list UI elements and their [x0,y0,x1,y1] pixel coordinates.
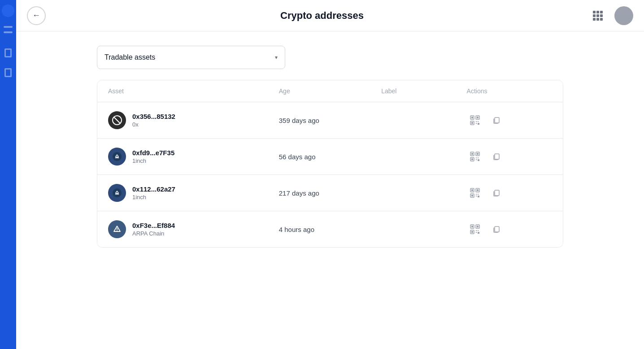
asset-cell-4: 0xF3e...Ef884 ARPA Chain [108,220,279,238]
actions-cell-2 [467,148,552,165]
qr-icon-3 [470,188,480,198]
main-content: ← Crypto addresses Tradable assets ▾ [16,0,644,349]
filter-dropdown-wrapper: Tradable assets ▾ [97,46,563,69]
header: ← Crypto addresses [16,0,644,31]
header-title-wrapper: Crypto addresses [280,10,364,22]
header-right-actions [588,6,633,25]
blocked-icon [112,115,122,126]
back-button[interactable]: ← [27,6,46,25]
qr-code-button-4[interactable] [467,221,483,237]
svg-point-14 [116,157,118,158]
asset-ticker-1: 0x [132,121,175,128]
back-arrow-icon: ← [32,11,40,20]
copy-icon-2 [492,152,501,161]
copy-icon-3 [492,188,501,197]
page-title: Crypto addresses [280,10,364,21]
copy-icon-4 [492,225,501,234]
asset-address-4: 0xF3e...Ef884 [132,222,175,229]
sidebar-item-1 [4,26,13,28]
asset-address-3: 0x112...62a27 [132,185,175,193]
age-cell-1: 359 days ago [279,117,381,124]
qr-code-button-3[interactable] [467,185,483,201]
svg-rect-52 [478,232,479,234]
svg-rect-37 [478,196,479,197]
dropdown-selected-value: Tradable assets [104,53,155,61]
column-header-age: Age [279,87,381,95]
sidebar-item-3 [4,48,12,57]
crypto-addresses-table: Asset Age Label Actions 0x356...85132 [97,80,563,248]
svg-rect-48 [471,231,473,233]
asset-filter-dropdown[interactable]: Tradable assets ▾ [97,46,285,69]
qr-code-button-1[interactable] [467,112,483,128]
copy-button-4[interactable] [488,221,505,237]
qr-icon-2 [470,152,480,161]
age-cell-2: 56 days ago [279,153,381,161]
asset-info-1: 0x356...85132 0x [132,113,175,128]
age-cell-4: 4 hours ago [279,226,381,233]
table-row: 0xfd9...e7F35 1inch 56 days ago [97,139,563,175]
svg-rect-29 [471,189,473,191]
svg-line-1 [114,117,120,123]
svg-rect-35 [478,194,479,195]
apps-icon [593,11,603,21]
svg-rect-23 [476,159,477,160]
qr-code-button-2[interactable] [467,148,483,165]
copy-button-2[interactable] [488,148,505,165]
user-avatar[interactable] [614,6,633,25]
asset-address-1: 0x356...85132 [132,113,175,120]
copy-icon-1 [492,116,501,125]
actions-cell-4 [467,221,552,237]
actions-cell-3 [467,185,552,201]
actions-cell-1 [467,112,552,128]
asset-info-3: 0x112...62a27 1inch [132,185,175,201]
svg-rect-3 [471,117,473,118]
svg-rect-21 [476,157,477,158]
svg-rect-7 [471,122,473,124]
svg-rect-38 [495,190,499,196]
svg-rect-9 [478,121,479,122]
column-header-asset: Asset [108,87,279,95]
content-area: Tradable assets ▾ Asset Age Label Action… [16,31,644,349]
asset-icon-3 [108,184,126,202]
table-header-row: Asset Age Label Actions [97,80,563,102]
svg-point-27 [116,193,118,195]
svg-point-42 [117,231,117,231]
svg-rect-46 [477,226,479,227]
svg-rect-50 [478,230,479,231]
svg-rect-33 [471,195,473,196]
asset-cell-1: 0x356...85132 0x [108,111,279,129]
svg-rect-49 [476,230,477,231]
sidebar-item-4 [4,68,12,77]
sidebar-item-2 [4,31,13,33]
asset-info-2: 0xfd9...e7F35 1inch [132,149,174,164]
qr-icon-1 [470,115,480,125]
apps-button[interactable] [588,6,607,25]
svg-rect-25 [495,154,499,159]
asset-cell-2: 0xfd9...e7F35 1inch [108,148,279,166]
column-header-label: Label [381,87,466,95]
svg-rect-5 [477,117,479,118]
asset-info-4: 0xF3e...Ef884 ARPA Chain [132,222,175,237]
svg-rect-51 [476,232,477,233]
svg-rect-31 [477,189,479,191]
asset-cell-3: 0x112...62a27 1inch [108,184,279,202]
copy-button-3[interactable] [488,185,505,201]
table-row: 0xF3e...Ef884 ARPA Chain 4 hours ago [97,211,563,247]
qr-icon-4 [470,224,480,234]
svg-rect-18 [477,153,479,155]
svg-rect-20 [471,158,473,160]
svg-rect-8 [476,121,477,122]
column-header-actions: Actions [467,87,552,95]
svg-rect-34 [476,194,477,195]
asset-ticker-3: 1inch [132,194,175,201]
svg-rect-24 [478,159,479,161]
svg-rect-36 [476,196,477,196]
1inch-icon-1 [112,151,122,162]
1inch-icon-2 [112,188,122,198]
asset-icon-2 [108,148,126,166]
copy-button-1[interactable] [488,112,505,128]
svg-rect-44 [471,226,473,227]
sidebar-logo [2,4,14,17]
svg-rect-10 [476,123,477,124]
asset-ticker-4: ARPA Chain [132,230,175,237]
